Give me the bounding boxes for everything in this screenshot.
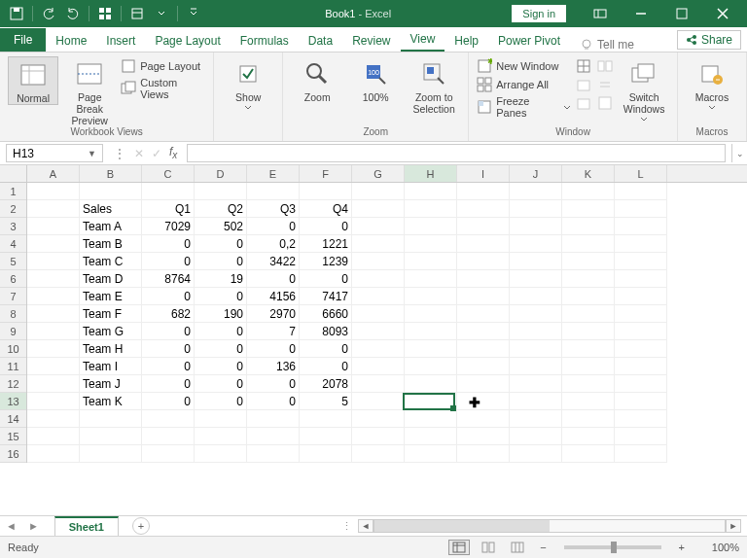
cell[interactable] bbox=[27, 428, 80, 445]
cell[interactable] bbox=[457, 305, 510, 323]
cell[interactable] bbox=[27, 305, 80, 323]
cell[interactable] bbox=[457, 235, 510, 253]
row-header[interactable]: 12 bbox=[0, 375, 26, 393]
cell[interactable] bbox=[405, 428, 457, 445]
cell[interactable]: 5 bbox=[300, 393, 352, 410]
worksheet-grid[interactable]: ABCDEFGHIJKL 12345678910111213141516 Sal… bbox=[0, 165, 747, 515]
cell[interactable] bbox=[510, 305, 562, 323]
cell[interactable] bbox=[562, 183, 615, 200]
cell[interactable] bbox=[27, 445, 80, 463]
row-header[interactable]: 11 bbox=[0, 358, 26, 375]
cell[interactable]: 0 bbox=[142, 323, 195, 340]
cell[interactable] bbox=[510, 288, 562, 305]
cell[interactable] bbox=[615, 253, 667, 270]
cell[interactable] bbox=[457, 375, 510, 393]
cell[interactable]: 8093 bbox=[300, 323, 352, 340]
cell[interactable] bbox=[27, 393, 80, 410]
enter-icon[interactable]: ✓ bbox=[152, 147, 161, 160]
cell[interactable] bbox=[510, 200, 562, 218]
column-header[interactable]: L bbox=[615, 165, 667, 182]
cell[interactable]: 19 bbox=[195, 270, 247, 288]
tab-review[interactable]: Review bbox=[342, 29, 400, 52]
cell[interactable]: 190 bbox=[195, 305, 247, 323]
cell[interactable] bbox=[615, 340, 667, 358]
tab-home[interactable]: Home bbox=[46, 29, 96, 52]
cell[interactable] bbox=[405, 183, 457, 200]
custom-views-button[interactable]: Custom Views bbox=[121, 77, 205, 100]
cell[interactable] bbox=[405, 235, 457, 253]
tab-insert[interactable]: Insert bbox=[96, 29, 145, 52]
unhide-button[interactable] bbox=[576, 95, 591, 111]
fx-icon[interactable]: fx bbox=[169, 145, 177, 160]
new-window-button[interactable]: ✱New Window bbox=[477, 58, 570, 74]
cell[interactable] bbox=[562, 235, 615, 253]
cell[interactable] bbox=[615, 393, 667, 410]
cell[interactable] bbox=[300, 410, 352, 428]
cell[interactable]: 0 bbox=[247, 218, 300, 235]
ribbon-options-icon[interactable] bbox=[580, 0, 621, 27]
cell[interactable] bbox=[457, 183, 510, 200]
cell[interactable]: 0 bbox=[300, 340, 352, 358]
cell[interactable] bbox=[457, 393, 510, 410]
cell[interactable] bbox=[300, 183, 352, 200]
cell[interactable] bbox=[510, 393, 562, 410]
cell[interactable] bbox=[510, 270, 562, 288]
cell[interactable]: 1239 bbox=[300, 253, 352, 270]
close-icon[interactable] bbox=[702, 0, 743, 27]
tab-page-layout[interactable]: Page Layout bbox=[145, 29, 230, 52]
qat-dropdown-icon[interactable] bbox=[151, 3, 172, 24]
cell[interactable] bbox=[80, 445, 142, 463]
cell[interactable]: 0 bbox=[142, 393, 195, 410]
cell[interactable] bbox=[352, 375, 405, 393]
cell[interactable] bbox=[562, 393, 615, 410]
sign-in-button[interactable]: Sign in bbox=[512, 5, 566, 22]
cell[interactable] bbox=[247, 183, 300, 200]
cell[interactable] bbox=[142, 183, 195, 200]
cell[interactable] bbox=[457, 445, 510, 463]
cell[interactable]: Team D bbox=[80, 270, 142, 288]
cell[interactable] bbox=[352, 200, 405, 218]
cell[interactable] bbox=[352, 270, 405, 288]
zoom-in-button[interactable]: + bbox=[675, 542, 689, 553]
cell[interactable] bbox=[142, 445, 195, 463]
cell[interactable]: Q1 bbox=[142, 200, 195, 218]
cell[interactable]: 2970 bbox=[247, 305, 300, 323]
cell[interactable] bbox=[195, 428, 247, 445]
cell[interactable] bbox=[615, 323, 667, 340]
cell[interactable] bbox=[457, 340, 510, 358]
qat-icon[interactable] bbox=[126, 3, 148, 24]
freeze-panes-button[interactable]: Freeze Panes bbox=[477, 95, 570, 119]
column-header[interactable]: A bbox=[27, 165, 80, 182]
cell[interactable] bbox=[562, 358, 615, 375]
cell[interactable] bbox=[615, 358, 667, 375]
undo-icon[interactable] bbox=[38, 3, 59, 24]
cell[interactable] bbox=[27, 410, 80, 428]
cell[interactable]: 8764 bbox=[142, 270, 195, 288]
cell[interactable]: 7417 bbox=[300, 288, 352, 305]
normal-view-button[interactable]: Normal bbox=[8, 56, 58, 105]
qat-customize-icon[interactable] bbox=[183, 3, 204, 24]
hide-button[interactable] bbox=[576, 77, 591, 92]
zoom-100-button[interactable]: 100 100% bbox=[349, 56, 402, 103]
expand-formula-bar-icon[interactable]: ⌄ bbox=[731, 144, 747, 162]
cell[interactable]: Team J bbox=[80, 375, 142, 393]
cell[interactable] bbox=[405, 200, 457, 218]
tab-help[interactable]: Help bbox=[445, 29, 488, 52]
cell[interactable]: 0 bbox=[195, 323, 247, 340]
arrange-all-button[interactable]: Arrange All bbox=[477, 77, 570, 92]
cell[interactable] bbox=[27, 183, 80, 200]
tab-power-pivot[interactable]: Power Pivot bbox=[488, 29, 570, 52]
cell[interactable] bbox=[562, 253, 615, 270]
row-header[interactable]: 4 bbox=[0, 235, 26, 253]
row-header[interactable]: 9 bbox=[0, 323, 26, 340]
cell[interactable] bbox=[405, 218, 457, 235]
cell[interactable]: 1221 bbox=[300, 235, 352, 253]
column-header[interactable]: D bbox=[195, 165, 247, 182]
cell[interactable] bbox=[562, 375, 615, 393]
cell[interactable]: 0 bbox=[195, 288, 247, 305]
cell[interactable] bbox=[510, 183, 562, 200]
cell[interactable]: 0 bbox=[300, 218, 352, 235]
split-button[interactable] bbox=[576, 58, 591, 74]
minimize-icon[interactable] bbox=[621, 0, 661, 27]
cell[interactable]: 0 bbox=[142, 253, 195, 270]
